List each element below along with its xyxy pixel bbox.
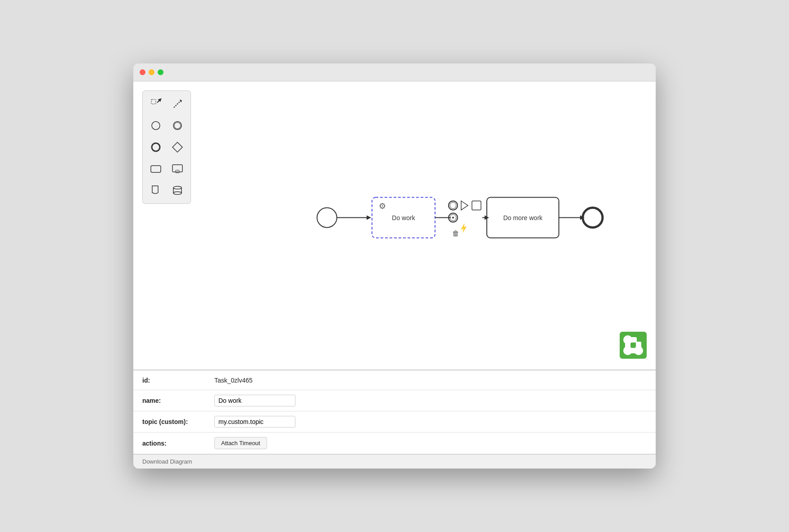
download-label: Download Diagram [142,458,192,465]
prop-row-name: name: [133,390,656,411]
id-value: Task_0zlv465 [214,377,253,384]
svg-point-5 [152,122,160,130]
bpmn-diagram: ⚙ Do work ⚡ 🗑 [300,164,615,276]
attach-timeout-button[interactable]: Attach Timeout [214,437,267,449]
svg-point-16 [173,192,181,194]
prop-row-actions: actions: Attach Timeout [133,433,656,454]
titlebar [133,63,656,81]
svg-rect-50 [636,342,641,349]
svg-rect-11 [172,165,182,172]
name-input[interactable] [214,395,295,406]
svg-line-3 [174,100,181,108]
task-tool[interactable] [146,159,165,178]
svg-rect-12 [176,170,179,173]
toolbar-palette [142,90,191,204]
properties-panel: id: Task_0zlv465 name: topic (custom): a… [133,370,656,454]
svg-marker-4 [180,99,182,103]
svg-point-7 [174,122,181,129]
svg-rect-10 [151,166,161,172]
intermediate-event-tool[interactable] [168,116,187,135]
minimize-button[interactable] [149,69,154,75]
svg-text:⚙: ⚙ [379,202,386,211]
topic-label: topic (custom): [142,418,214,425]
svg-point-41 [583,208,603,228]
start-event-tool[interactable] [146,116,165,135]
close-button[interactable] [140,69,145,75]
svg-rect-47 [630,337,637,343]
svg-rect-0 [151,99,156,104]
id-label: id: [142,377,214,384]
svg-point-29 [452,217,454,219]
main-content: ⚙ Do work ⚡ 🗑 [133,81,656,469]
actions-label: actions: [142,440,214,447]
subprocess-tool[interactable] [168,159,187,178]
svg-point-17 [317,208,337,228]
camunda-logo [620,332,647,361]
canvas-area[interactable]: ⚙ Do work ⚡ 🗑 [133,81,656,370]
svg-line-1 [157,99,160,103]
svg-text:Do more work: Do more work [503,214,543,221]
app-window: ⚙ Do work ⚡ 🗑 [133,63,656,469]
svg-marker-19 [367,216,371,220]
svg-point-24 [450,203,456,209]
name-label: name: [142,397,214,404]
download-bar[interactable]: Download Diagram [133,454,656,469]
svg-point-13 [173,186,181,189]
datastore-tool[interactable] [168,181,187,200]
svg-rect-48 [625,342,630,349]
svg-rect-42 [620,332,647,359]
select-tool[interactable] [146,95,165,113]
gateway-tool[interactable] [168,138,187,157]
topic-input[interactable] [214,416,295,428]
end-event-tool[interactable] [146,138,165,157]
svg-point-8 [152,143,160,151]
traffic-lights [140,69,163,75]
svg-point-6 [173,122,181,130]
prop-row-id: id: Task_0zlv465 [133,370,656,390]
svg-marker-9 [172,142,182,152]
svg-text:🗑: 🗑 [452,230,459,237]
svg-text:Do work: Do work [392,214,415,221]
svg-text:⚡: ⚡ [458,222,469,234]
svg-rect-26 [472,201,481,210]
svg-marker-25 [461,201,468,210]
maximize-button[interactable] [158,69,163,75]
prop-row-topic: topic (custom): [133,411,656,433]
document-tool[interactable] [146,181,165,200]
connect-tool[interactable] [168,95,187,113]
svg-rect-49 [630,348,637,353]
